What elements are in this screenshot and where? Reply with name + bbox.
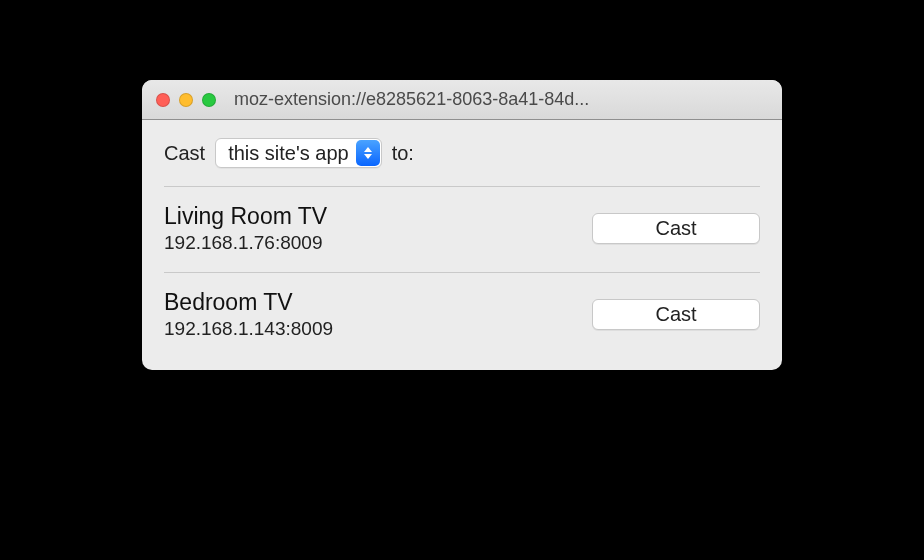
window-title: moz-extension://e8285621-8063-8a41-84d..…: [226, 89, 768, 110]
cast-source-row: Cast this site's app to:: [164, 138, 760, 186]
cast-button[interactable]: Cast: [592, 299, 760, 330]
device-row: Bedroom TV 192.168.1.143:8009 Cast: [164, 273, 760, 358]
cast-source-selected-label: this site's app: [228, 142, 349, 164]
cast-source-select[interactable]: this site's app: [215, 138, 382, 168]
device-info: Bedroom TV 192.168.1.143:8009: [164, 289, 592, 340]
titlebar[interactable]: moz-extension://e8285621-8063-8a41-84d..…: [142, 80, 782, 120]
select-arrows-icon: [356, 140, 380, 166]
device-address: 192.168.1.76:8009: [164, 232, 592, 254]
zoom-icon[interactable]: [202, 93, 216, 107]
cast-suffix-label: to:: [392, 142, 414, 165]
cast-button[interactable]: Cast: [592, 213, 760, 244]
cast-prefix-label: Cast: [164, 142, 205, 165]
device-name: Living Room TV: [164, 203, 592, 230]
device-address: 192.168.1.143:8009: [164, 318, 592, 340]
traffic-lights: [156, 93, 216, 107]
device-name: Bedroom TV: [164, 289, 592, 316]
close-icon[interactable]: [156, 93, 170, 107]
device-info: Living Room TV 192.168.1.76:8009: [164, 203, 592, 254]
popup-window: moz-extension://e8285621-8063-8a41-84d..…: [142, 80, 782, 370]
device-row: Living Room TV 192.168.1.76:8009 Cast: [164, 187, 760, 272]
content: Cast this site's app to: Living Room TV …: [142, 120, 782, 370]
minimize-icon[interactable]: [179, 93, 193, 107]
